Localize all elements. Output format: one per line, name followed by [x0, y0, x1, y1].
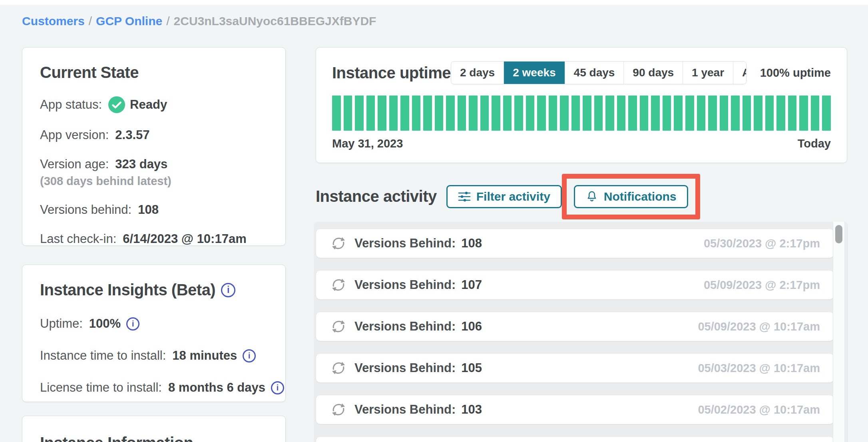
app-version-row: App version: 2.3.57: [40, 128, 268, 142]
license-install-row: License time to install: 8 months 6 days: [40, 380, 268, 395]
uptime-bar: [743, 96, 751, 131]
uptime-bar: [549, 96, 557, 131]
uptime-bar: [526, 96, 535, 131]
version-age-label: Version age:: [40, 157, 109, 171]
info-icon[interactable]: [221, 283, 235, 297]
uptime-bar: [378, 96, 386, 131]
instance-install-label: Instance time to install:: [40, 348, 166, 363]
instance-install-row: Instance time to install: 18 minutes: [40, 348, 268, 363]
activity-item-label: Versions Behind:: [354, 319, 456, 334]
uptime-bar: [560, 96, 569, 131]
uptime-bar: [537, 96, 546, 131]
refresh-icon: [330, 401, 347, 418]
uptime-bar: [788, 96, 797, 131]
filter-activity-label: Filter activity: [476, 190, 550, 203]
app-status-value: Ready: [130, 98, 167, 112]
instance-activity-title: Instance activity: [316, 187, 437, 205]
notifications-label: Notifications: [604, 190, 677, 203]
uptime-bar: [811, 96, 820, 131]
uptime-bar: [469, 96, 478, 131]
breadcrumb-separator: /: [85, 14, 96, 28]
uptime-bar: [605, 96, 614, 131]
range-button-45-days[interactable]: 45 days: [565, 62, 624, 84]
info-icon[interactable]: [243, 349, 256, 362]
instance-information-card: Instance Information: [22, 416, 286, 442]
uptime-bar: [697, 96, 706, 131]
instance-activity-list: Versions Behind: 108 05/30/2023 @ 2:17pm…: [316, 229, 834, 442]
refresh-icon: [330, 276, 347, 294]
activity-item-value: 106: [461, 319, 482, 334]
uptime-bar: [640, 96, 649, 131]
uptime-bar: [435, 96, 444, 131]
activity-item-value: 107: [461, 278, 482, 292]
activity-item-timestamp: 05/02/2023 @ 10:17am: [698, 403, 820, 416]
bell-icon: [585, 190, 598, 203]
last-checkin-label: Last check-in:: [40, 232, 116, 246]
uptime-bar: [446, 96, 455, 131]
uptime-bar: [822, 96, 831, 131]
uptime-start-date: May 31, 2023: [332, 137, 403, 150]
uptime-bar: [400, 96, 409, 131]
uptime-bar: [663, 96, 671, 131]
version-age-row: Version age: 323 days: [40, 157, 268, 171]
breadcrumb-link-customers[interactable]: Customers: [22, 14, 85, 28]
refresh-icon: [330, 359, 347, 377]
filter-activity-button[interactable]: Filter activity: [446, 185, 562, 208]
instance-activity-panel: Versions Behind: 108 05/30/2023 @ 2:17pm…: [314, 222, 848, 442]
range-button-90-days[interactable]: 90 days: [623, 62, 683, 84]
top-edge-strip: [0, 0, 868, 5]
activity-row-partial[interactable]: [316, 437, 834, 442]
activity-item-label: Versions Behind:: [354, 278, 456, 292]
info-icon[interactable]: [126, 317, 139, 331]
uptime-bar: [617, 96, 626, 131]
versions-behind-label: Versions behind:: [40, 203, 131, 217]
notifications-button[interactable]: Notifications: [574, 185, 688, 208]
sliders-icon: [458, 190, 471, 203]
uptime-bar: [492, 96, 500, 131]
refresh-icon: [330, 235, 347, 252]
activity-item-timestamp: 05/03/2023 @ 10:17am: [698, 362, 820, 375]
activity-row[interactable]: Versions Behind: 108 05/30/2023 @ 2:17pm: [316, 229, 834, 258]
version-age-note: (308 days behind latest): [40, 175, 268, 188]
uptime-bar: [366, 96, 375, 131]
activity-item-label: Versions Behind:: [354, 236, 456, 251]
last-checkin-row: Last check-in: 6/14/2023 @ 10:17am: [40, 232, 268, 246]
activity-item-value: 108: [461, 236, 482, 251]
activity-item-timestamp: 05/09/2023 @ 10:17am: [698, 320, 820, 333]
range-button-1-year[interactable]: 1 year: [683, 62, 733, 84]
activity-row[interactable]: Versions Behind: 107 05/09/2023 @ 2:17pm: [316, 271, 834, 299]
breadcrumb: Customers/GCP Online/2CU3nL3saUNyoc61BBE…: [22, 14, 376, 28]
info-icon[interactable]: [271, 381, 284, 394]
license-install-value: 8 months 6 days: [168, 380, 265, 395]
breadcrumb-current-instance-id: 2CU3nL3saUNyoc61BBEGJXfBYDF: [174, 14, 376, 28]
range-button-2-days[interactable]: 2 days: [451, 62, 504, 84]
range-button-2-weeks[interactable]: 2 weeks: [504, 62, 564, 84]
activity-item-value: 103: [461, 402, 482, 417]
uptime-bar: [480, 96, 489, 131]
uptime-bars: [332, 96, 831, 131]
activity-item-label: Versions Behind:: [354, 402, 456, 417]
activity-row[interactable]: Versions Behind: 105 05/03/2023 @ 10:17a…: [316, 354, 834, 382]
uptime-bar: [594, 96, 603, 131]
instance-install-value: 18 minutes: [172, 348, 237, 363]
activity-row[interactable]: Versions Behind: 106 05/09/2023 @ 10:17a…: [316, 312, 834, 341]
app-version-value[interactable]: 2.3.57: [115, 128, 149, 142]
activity-scrollbar[interactable]: [833, 222, 845, 442]
activity-item-value: 105: [461, 361, 482, 375]
uptime-bar: [651, 96, 660, 131]
instance-uptime-title: Instance uptime: [332, 64, 451, 82]
scrollbar-thumb[interactable]: [835, 225, 842, 243]
uptime-bar: [731, 96, 740, 131]
uptime-bar: [458, 96, 466, 131]
uptime-label: Uptime:: [40, 317, 83, 331]
version-age-value: 323 days: [115, 157, 167, 171]
uptime-value: 100%: [89, 317, 121, 331]
activity-row[interactable]: Versions Behind: 103 05/02/2023 @ 10:17a…: [316, 395, 834, 424]
range-button-all[interactable]: All: [733, 62, 747, 84]
breadcrumb-link-customer[interactable]: GCP Online: [96, 14, 162, 28]
app-status-row: App status: Ready: [40, 96, 268, 113]
uptime-bar: [423, 96, 432, 131]
app-version-label: App version:: [40, 128, 109, 142]
uptime-bar: [720, 96, 729, 131]
instance-information-title: Instance Information: [40, 434, 268, 442]
